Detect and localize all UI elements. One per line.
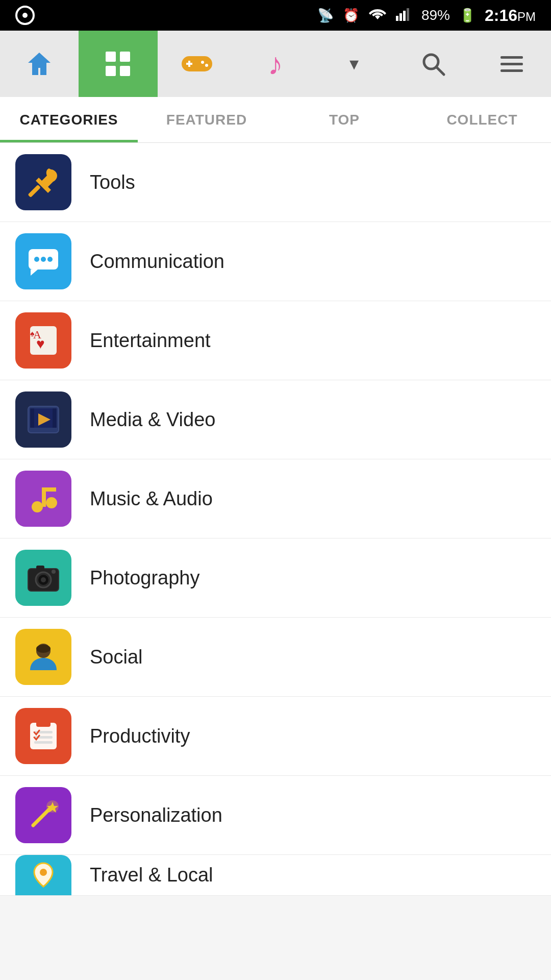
tabs-bar: CATEGORIES FEATURED TOP COLLECT: [0, 97, 551, 143]
svg-point-30: [46, 497, 57, 508]
tools-category-icon: [15, 154, 71, 210]
list-item[interactable]: Music & Audio: [0, 459, 551, 538]
status-time: 2:16PM: [485, 6, 536, 25]
svg-rect-6: [106, 66, 116, 76]
battery-icon: 🔋: [459, 8, 475, 23]
wifi-icon: [368, 6, 387, 25]
svg-rect-27: [53, 408, 57, 428]
nav-item-more[interactable]: ▾: [315, 31, 393, 97]
media-category-label: Media & Video: [90, 409, 215, 431]
tab-top[interactable]: TOP: [276, 97, 413, 142]
list-item[interactable]: A ♠ ♥ Entertainment: [0, 301, 551, 380]
svg-rect-43: [36, 721, 51, 727]
tab-collect[interactable]: COLLECT: [413, 97, 551, 142]
list-item[interactable]: Media & Video: [0, 380, 551, 459]
svg-rect-32: [42, 487, 56, 492]
svg-rect-2: [403, 11, 406, 21]
chevron-down-icon: ▾: [349, 53, 359, 75]
hamburger-icon: [500, 56, 523, 72]
media-category-icon: [15, 391, 71, 448]
svg-point-51: [40, 869, 47, 876]
tab-featured[interactable]: FEATURED: [138, 97, 276, 142]
svg-point-19: [47, 257, 53, 262]
music-category-label: Music & Audio: [90, 488, 213, 510]
svg-rect-46: [34, 741, 53, 744]
entertainment-category-icon: A ♠ ♥: [15, 312, 71, 369]
personalization-category-label: Personalization: [90, 804, 222, 826]
personalization-category-icon: [15, 787, 71, 843]
svg-text:♥: ♥: [36, 336, 45, 352]
nav-item-search[interactable]: [393, 31, 472, 97]
nav-item-music[interactable]: ♪: [236, 31, 315, 97]
svg-rect-38: [36, 566, 44, 570]
svg-line-14: [436, 67, 444, 75]
signal-icon: [396, 7, 412, 24]
list-item[interactable]: Travel & Local: [0, 855, 551, 896]
social-category-label: Social: [90, 646, 143, 668]
nav-bar: ♪ ▾: [0, 31, 551, 97]
nav-item-menu[interactable]: [472, 31, 551, 97]
communication-category-icon: [15, 233, 71, 289]
svg-point-37: [41, 577, 46, 582]
svg-point-41: [36, 645, 51, 653]
travel-category-icon: [15, 855, 71, 896]
svg-rect-0: [396, 16, 398, 21]
alarm-icon: ⏰: [343, 8, 359, 23]
svg-point-17: [34, 257, 39, 262]
svg-rect-7: [120, 66, 130, 76]
svg-point-39: [52, 570, 56, 574]
list-item[interactable]: Personalization: [0, 776, 551, 855]
cast-icon: 📡: [317, 8, 334, 23]
svg-rect-5: [120, 52, 130, 62]
list-item[interactable]: Photography: [0, 538, 551, 618]
svg-point-11: [201, 61, 204, 64]
svg-rect-4: [106, 52, 116, 62]
productivity-category-icon: [15, 708, 71, 764]
music-category-icon: [15, 471, 71, 527]
music-icon: ♪: [268, 46, 283, 82]
photography-category-label: Photography: [90, 567, 200, 589]
svg-rect-26: [30, 408, 34, 428]
nav-item-games[interactable]: [158, 31, 236, 97]
status-left: [15, 6, 35, 25]
nav-item-apps[interactable]: [79, 31, 157, 97]
battery-text: 89%: [421, 7, 450, 23]
svg-rect-15: [28, 185, 40, 198]
svg-rect-3: [407, 8, 409, 21]
svg-point-29: [32, 501, 43, 512]
productivity-category-label: Productivity: [90, 725, 190, 747]
social-category-icon: [15, 629, 71, 685]
tab-categories[interactable]: CATEGORIES: [0, 97, 138, 142]
list-item[interactable]: Communication: [0, 222, 551, 301]
svg-rect-1: [399, 13, 402, 21]
tools-category-label: Tools: [90, 172, 135, 193]
list-item[interactable]: Tools: [0, 143, 551, 222]
communication-category-label: Communication: [90, 251, 224, 273]
target-icon: [15, 6, 35, 25]
svg-point-18: [41, 257, 46, 262]
nav-item-home[interactable]: [0, 31, 79, 97]
category-list: Tools Communication A ♠ ♥ En: [0, 143, 551, 896]
svg-text:♠: ♠: [30, 329, 35, 338]
entertainment-category-label: Entertainment: [90, 330, 211, 352]
list-item[interactable]: Productivity: [0, 697, 551, 776]
travel-category-label: Travel & Local: [90, 864, 213, 886]
list-item[interactable]: Social: [0, 618, 551, 697]
status-bar: 📡 ⏰ 89% 🔋 2:16PM: [0, 0, 551, 31]
svg-rect-10: [188, 61, 190, 67]
svg-point-49: [46, 800, 59, 813]
photography-category-icon: [15, 550, 71, 606]
status-right: 📡 ⏰ 89% 🔋 2:16PM: [317, 6, 536, 25]
svg-point-12: [205, 64, 208, 67]
